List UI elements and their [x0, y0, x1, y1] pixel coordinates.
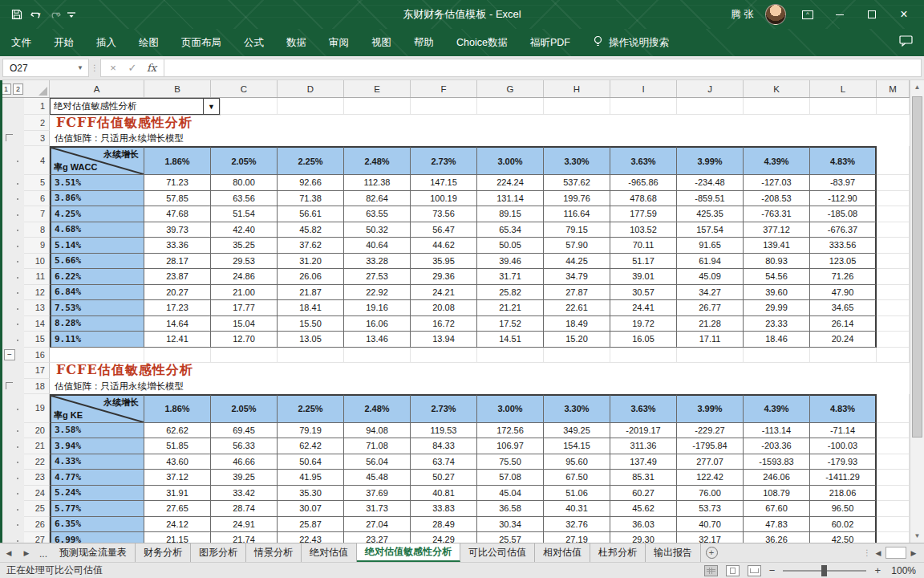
cell[interactable]: -234.48	[677, 175, 744, 191]
row-header-16[interactable]: 16	[24, 348, 50, 363]
cell[interactable]: 177.59	[610, 206, 677, 222]
comments-icon[interactable]	[899, 35, 924, 50]
cell[interactable]: 92.66	[278, 175, 344, 191]
table-col-header[interactable]: 1.86%	[144, 394, 211, 423]
cell[interactable]: -179.93	[810, 454, 877, 470]
zoom-level[interactable]: 100%	[889, 565, 916, 576]
zoom-slider[interactable]	[783, 570, 866, 572]
maximize-icon[interactable]	[861, 6, 882, 22]
column-header-M[interactable]: M	[877, 80, 910, 97]
cell[interactable]: -1795.84	[677, 438, 744, 454]
cell[interactable]: 46.66	[211, 454, 278, 470]
table-row-label[interactable]: 6.99%	[50, 532, 144, 543]
ribbon-tab-file[interactable]: 文件	[0, 29, 43, 56]
table-row-label[interactable]: 3.51%	[50, 175, 144, 191]
cell[interactable]: 13.05	[278, 332, 344, 348]
row-header-25[interactable]: 25	[24, 501, 50, 517]
column-header-C[interactable]: C	[211, 80, 278, 97]
user-name[interactable]: 腾 张	[732, 8, 754, 22]
cell[interactable]: 19.16	[344, 300, 411, 316]
table-row-label[interactable]: 9.11%	[50, 332, 144, 348]
name-box-dropdown-icon[interactable]: ▼	[77, 64, 88, 71]
cell[interactable]: 39.25	[211, 470, 278, 486]
cell[interactable]: 40.81	[411, 486, 477, 502]
cell[interactable]: 79.15	[544, 222, 610, 238]
table-row-label[interactable]: 7.53%	[50, 300, 144, 316]
cell[interactable]: 21.28	[677, 316, 744, 332]
scroll-left-icon[interactable]: ◀	[873, 549, 884, 557]
table-col-header[interactable]: 3.63%	[610, 394, 677, 423]
cell[interactable]: 39.60	[744, 285, 810, 301]
row-header-24[interactable]: 24	[24, 486, 50, 502]
vertical-scroll-thumb[interactable]	[912, 96, 922, 438]
cell[interactable]: 15.04	[211, 316, 278, 332]
cell[interactable]: 34.79	[544, 269, 610, 285]
formula-input[interactable]	[164, 59, 922, 77]
cell[interactable]: -1411.29	[810, 470, 877, 486]
cell[interactable]: 26.14	[810, 316, 877, 332]
row-header-2[interactable]: 2	[24, 115, 50, 131]
cell[interactable]: 50.64	[278, 454, 344, 470]
table-col-header[interactable]: 2.25%	[278, 394, 344, 423]
cell[interactable]: 25.57	[477, 532, 544, 543]
cell[interactable]: 17.77	[211, 300, 278, 316]
cell[interactable]: 17.23	[144, 300, 211, 316]
cell[interactable]: 16.06	[344, 316, 411, 332]
cell[interactable]: 80.00	[211, 175, 278, 191]
select-all-corner[interactable]	[24, 80, 50, 97]
cell[interactable]: 47.83	[744, 517, 810, 533]
cell[interactable]: 71.23	[144, 175, 211, 191]
row-header-9[interactable]: 9	[24, 238, 50, 254]
table-row-label[interactable]: 5.14%	[50, 238, 144, 254]
cell[interactable]: 23.87	[144, 269, 211, 285]
cell[interactable]: 50.05	[477, 238, 544, 254]
cell[interactable]: 112.38	[344, 175, 411, 191]
ribbon-tab-9[interactable]: 帮助	[403, 29, 445, 56]
ribbon-tab-10[interactable]: Choice数据	[445, 29, 519, 56]
table-row-label[interactable]: 6.84%	[50, 285, 144, 301]
cell[interactable]: 42.50	[810, 532, 877, 543]
cell[interactable]: 23.33	[744, 316, 810, 332]
cell[interactable]: 47.68	[144, 206, 211, 222]
cell[interactable]: 61.94	[677, 254, 744, 270]
table-col-header[interactable]: 2.48%	[344, 146, 411, 175]
cell[interactable]: 43.60	[144, 454, 211, 470]
cell[interactable]: 277.07	[677, 454, 744, 470]
column-header-B[interactable]: B	[144, 80, 211, 97]
row-header-21[interactable]: 21	[24, 438, 50, 454]
column-header-F[interactable]: F	[411, 80, 477, 97]
ribbon-tab-4[interactable]: 页面布局	[170, 29, 233, 56]
cell[interactable]: 26.77	[677, 300, 744, 316]
cell[interactable]: 537.62	[544, 175, 610, 191]
cell[interactable]: 116.64	[544, 206, 610, 222]
table-col-header[interactable]: 2.25%	[278, 146, 344, 175]
cell[interactable]: 51.54	[211, 206, 278, 222]
cell[interactable]: 62.42	[278, 438, 344, 454]
minimize-icon[interactable]	[829, 6, 850, 22]
row-header-1[interactable]: 1	[24, 98, 50, 115]
cell[interactable]: 137.49	[610, 454, 677, 470]
cell[interactable]: 246.06	[744, 470, 810, 486]
cell[interactable]: 31.20	[278, 254, 344, 270]
table-row-label[interactable]: 4.68%	[50, 222, 144, 238]
cell[interactable]: 25.82	[477, 285, 544, 301]
row-header-27[interactable]: 27	[24, 532, 50, 543]
cell[interactable]: 147.15	[411, 175, 477, 191]
table-col-header[interactable]: 3.00%	[477, 394, 544, 423]
cell[interactable]: -208.53	[744, 191, 810, 207]
cell[interactable]: 199.76	[544, 191, 610, 207]
cell[interactable]: 108.79	[744, 486, 810, 502]
cell[interactable]: 63.74	[411, 454, 477, 470]
a1-dropdown[interactable]: 绝对估值敏感性分析▼	[50, 98, 220, 115]
table-row-label[interactable]: 4.33%	[50, 454, 144, 470]
cell[interactable]: 95.60	[544, 454, 610, 470]
ribbon-tab-8[interactable]: 视图	[360, 29, 403, 56]
customize-qat-icon[interactable]	[67, 10, 76, 19]
row-header-6[interactable]: 6	[24, 191, 50, 207]
row-header-26[interactable]: 26	[24, 517, 50, 533]
row-header-7[interactable]: 7	[24, 206, 50, 222]
ribbon-tab-1[interactable]: 开始	[43, 29, 85, 56]
horizontal-scrollbar[interactable]: ◀ ▶	[873, 543, 924, 562]
close-icon[interactable]: ×	[894, 6, 914, 22]
cell[interactable]: 34.65	[810, 300, 877, 316]
